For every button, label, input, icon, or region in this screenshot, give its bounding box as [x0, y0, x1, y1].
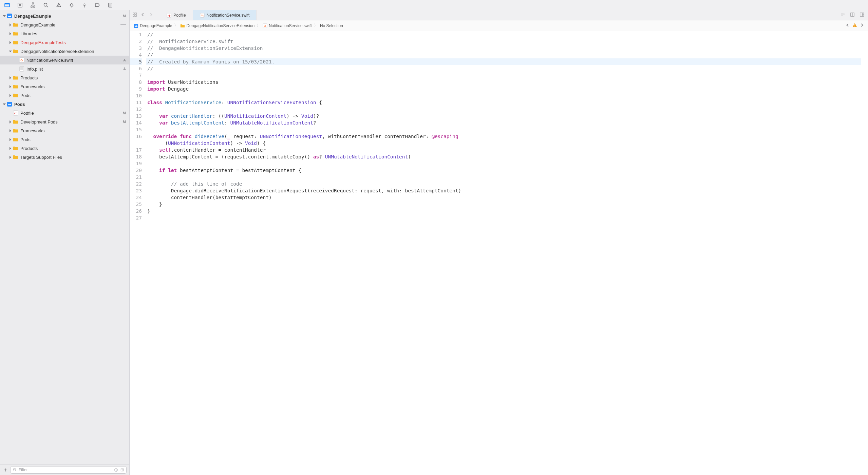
disclosure-icon[interactable]	[8, 84, 12, 89]
code-line[interactable]: // Created by Kamran Younis on 15/03/202…	[146, 58, 861, 65]
disclosure-icon[interactable]	[8, 155, 12, 159]
tree-row[interactable]: PodfileM	[0, 109, 129, 117]
scm-filter-icon[interactable]	[120, 468, 124, 472]
tree-row[interactable]: Products	[0, 73, 129, 82]
tab[interactable]: NotificationService.swift	[193, 10, 257, 20]
issue-navigator-icon[interactable]	[56, 2, 62, 8]
code-line[interactable]: //	[146, 65, 861, 72]
code-line[interactable]: if let bestAttemptContent = bestAttemptC…	[146, 167, 861, 174]
tree-row[interactable]: Development PodsM	[0, 117, 129, 126]
tree-row[interactable]: Pods	[0, 135, 129, 144]
disclosure-icon[interactable]	[14, 67, 18, 71]
code-line[interactable]	[146, 126, 861, 133]
code-line[interactable]: (UNNotificationContent) -> Void) {	[146, 140, 861, 147]
code-line[interactable]	[146, 214, 861, 221]
disclosure-icon[interactable]	[8, 111, 12, 115]
tree-row[interactable]: Pods	[0, 91, 129, 100]
code-line[interactable]: bestAttemptContent = (request.content.mu…	[146, 153, 861, 160]
code-line[interactable]: }	[146, 208, 861, 214]
tree-row[interactable]: Info.plistA	[0, 64, 129, 73]
code-line[interactable]: import Dengage	[146, 86, 861, 92]
line-number: 11	[130, 99, 142, 106]
breadcrumb-item[interactable]: DengageExample	[134, 23, 172, 28]
tree-row[interactable]: Targets Support Files	[0, 153, 129, 162]
code-line[interactable]	[146, 160, 861, 167]
tree-row[interactable]: DengageExampleTests	[0, 38, 129, 47]
add-editor-icon[interactable]	[859, 12, 865, 18]
source-control-navigator-icon[interactable]	[17, 2, 23, 8]
tab[interactable]: Podfile	[160, 10, 193, 20]
code-line[interactable]	[146, 174, 861, 180]
recent-filter-icon[interactable]	[114, 468, 118, 472]
tree-label: DengageExample	[14, 14, 123, 19]
code-line[interactable]	[146, 106, 861, 113]
adjust-editor-icon[interactable]	[850, 12, 855, 18]
code-editor[interactable]: 12345678910111213141516 1718192021222324…	[130, 31, 868, 475]
back-button[interactable]	[140, 12, 145, 18]
line-number: 21	[130, 174, 142, 180]
tree-row[interactable]: Pods	[0, 100, 129, 109]
symbol-navigator-icon[interactable]	[30, 2, 36, 8]
code-line[interactable]: //	[146, 52, 861, 58]
code-line[interactable]: contentHandler(bestAttemptContent)	[146, 194, 861, 201]
code-line[interactable]: // add this line of code	[146, 180, 861, 187]
tree-row[interactable]: DengageExample—	[0, 20, 129, 29]
disclosure-icon[interactable]	[8, 129, 12, 133]
disclosure-icon[interactable]	[8, 76, 12, 80]
code-line[interactable]: import UserNotifications	[146, 79, 861, 86]
project-navigator-icon[interactable]	[4, 2, 10, 8]
report-navigator-icon[interactable]	[107, 2, 113, 8]
add-button[interactable]	[3, 467, 8, 473]
code-line[interactable]: override func didReceive(_ request: UNNo…	[146, 133, 861, 140]
breadcrumb-item[interactable]: No Selection	[320, 23, 343, 28]
code-line[interactable]: // DengageNotificationServiceExtension	[146, 45, 861, 52]
tree-row[interactable]: Frameworks	[0, 126, 129, 135]
disclosure-icon[interactable]	[8, 32, 12, 36]
code-line[interactable]	[146, 72, 861, 79]
code-line[interactable]: var bestAttemptContent: UNMutableNotific…	[146, 119, 861, 126]
tab-bar: PodfileNotificationService.swift	[130, 10, 868, 20]
code-lines[interactable]: //// NotificationService.swift// Dengage…	[146, 31, 868, 475]
tree-row[interactable]: DengageNotificationServiceExtension	[0, 47, 129, 56]
tree-row[interactable]: Products	[0, 144, 129, 153]
disclosure-icon[interactable]	[2, 14, 6, 18]
filter-field-wrap[interactable]	[10, 466, 127, 474]
next-issue-icon[interactable]	[860, 23, 864, 28]
find-navigator-icon[interactable]	[43, 2, 49, 8]
code-line[interactable]: }	[146, 201, 861, 208]
disclosure-icon[interactable]	[8, 40, 12, 44]
tree-row[interactable]: Libraries	[0, 29, 129, 38]
code-line[interactable]: // NotificationService.swift	[146, 38, 861, 45]
breadcrumb-item[interactable]: NotificationService.swift	[263, 23, 312, 28]
disclosure-icon[interactable]	[2, 102, 6, 106]
related-items-icon[interactable]	[132, 12, 137, 18]
disclosure-icon[interactable]	[8, 137, 12, 141]
svg-point-24	[84, 4, 85, 5]
disclosure-icon[interactable]	[8, 93, 12, 97]
disclosure-icon[interactable]	[8, 49, 12, 53]
code-line[interactable]: self.contentHandler = contentHandler	[146, 147, 861, 153]
tree-row[interactable]: NotificationService.swiftA	[0, 56, 129, 64]
prev-issue-icon[interactable]	[846, 23, 850, 28]
code-line[interactable]	[146, 92, 861, 99]
tree-row[interactable]: DengageExampleM	[0, 12, 129, 20]
file-tree[interactable]: DengageExampleMDengageExample—LibrariesD…	[0, 10, 129, 464]
tree-row[interactable]: Frameworks	[0, 82, 129, 91]
issue-indicator-icon[interactable]	[852, 23, 857, 28]
disclosure-icon[interactable]	[8, 146, 12, 150]
code-line[interactable]: class NotificationService: UNNotificatio…	[146, 99, 861, 106]
code-line[interactable]: //	[146, 31, 861, 38]
test-navigator-icon[interactable]	[69, 2, 75, 8]
disclosure-icon[interactable]	[8, 23, 12, 27]
forward-button[interactable]	[149, 12, 153, 18]
code-line[interactable]: var contentHandler: ((UNNotificationCont…	[146, 113, 861, 119]
breakpoint-navigator-icon[interactable]	[94, 2, 100, 8]
disclosure-icon[interactable]	[8, 120, 12, 124]
disclosure-icon[interactable]	[14, 58, 18, 62]
code-line[interactable]: Dengage.didReceiveNotificationExtentionR…	[146, 187, 861, 194]
breadcrumb-item[interactable]: DengageNotificationServiceExtension	[180, 23, 254, 28]
filter-input[interactable]	[19, 468, 112, 472]
debug-navigator-icon[interactable]	[81, 2, 88, 8]
jump-bar[interactable]: DengageExample〉DengageNotificationServic…	[130, 20, 868, 31]
minimap-toggle-icon[interactable]	[840, 12, 846, 18]
